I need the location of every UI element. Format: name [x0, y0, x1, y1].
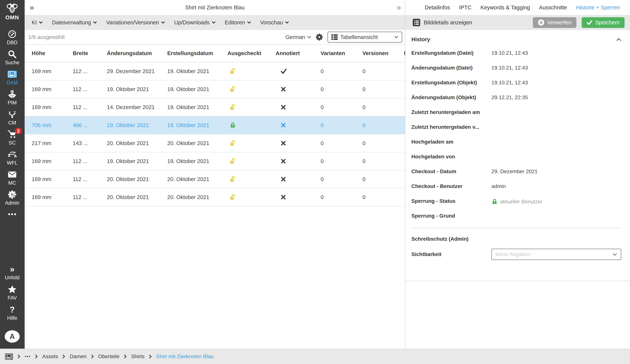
x-icon	[276, 86, 320, 92]
app-logo[interactable]: OMN	[6, 3, 19, 20]
menu-item-editoren[interactable]: Editoren	[220, 20, 256, 26]
sidebar-item-admin[interactable]: Admin	[5, 190, 20, 206]
sidebar-item-dbd[interactable]: DBD	[7, 30, 18, 46]
chevron-right-icon	[35, 354, 38, 358]
table-row[interactable]: 217 mm 143 ... 20. Oktober 2021 20. Okto…	[25, 134, 405, 152]
save-button[interactable]: Speichern	[582, 17, 624, 28]
tab-detailinfos[interactable]: Detailinfos	[425, 4, 450, 11]
history-title: History	[412, 36, 430, 42]
history-field: Hochgeladen am	[412, 139, 621, 146]
gear-wrench-icon	[8, 190, 17, 199]
breadcrumb-ellipsis[interactable]: •••	[25, 354, 30, 359]
chevron-right-icon	[91, 354, 94, 358]
gear-icon[interactable]	[316, 33, 323, 41]
x-icon	[276, 104, 320, 110]
sidebar-item-mc[interactable]: MC	[8, 170, 16, 186]
field-value: admin	[492, 183, 506, 189]
table-row[interactable]: 169 mm 112 ... 20. Oktober 2021 20. Okto…	[25, 170, 405, 188]
column-header-aenderungsdatum[interactable]: Änderungsdatum	[107, 50, 167, 56]
chevron-down-icon	[39, 21, 42, 24]
table-body: 169 mm 112 ... 29. Dezember 2021 19. Okt…	[25, 62, 405, 206]
cell-aenderungsdatum: 19. Oktober 2021	[107, 122, 167, 128]
menu-item-label: Variationen/Versionen	[106, 20, 159, 26]
sidebar-item-unfold[interactable]: » Unfold	[5, 265, 20, 282]
sidebar-item-label: SC	[8, 140, 16, 146]
column-header-erstellungsdatum[interactable]: Erstellungsdatum	[167, 50, 228, 56]
sidebar-item-cm[interactable]: CM	[8, 110, 17, 126]
column-header-breite[interactable]: Breite	[73, 50, 107, 56]
breadcrumb-item-assets[interactable]: Assets	[42, 354, 58, 360]
cell-varianten: 0	[320, 158, 362, 164]
detail-tabs: Detailinfos IPTC Keywords & Tagging Auss…	[406, 0, 630, 15]
discard-button[interactable]: Verwerfen	[533, 17, 576, 28]
sidebar-item-more[interactable]	[8, 210, 16, 218]
app-root: OMN DBD	[0, 0, 630, 364]
view-mode-select[interactable]: Tabellenansicht	[328, 32, 402, 42]
cell-hoehe: 169 mm	[32, 68, 73, 74]
table-row[interactable]: 169 mm 112 ... 29. Dezember 2021 19. Okt…	[25, 62, 405, 80]
cell-erstellungsdatum: 19. Oktober 2021	[167, 68, 228, 74]
visibility-label: Sichtbarkeit	[412, 251, 492, 257]
cell-breite: 143 ...	[73, 140, 107, 146]
column-header-varianten[interactable]: Varianten	[320, 50, 362, 56]
sidebar-item-sc[interactable]: 2 SC	[8, 130, 17, 146]
sidebar-item-fav[interactable]: FAV	[8, 285, 17, 302]
chevron-down-icon	[93, 21, 97, 24]
detail-panel: Detailinfos IPTC Keywords & Tagging Auss…	[405, 0, 630, 349]
cell-erstellungsdatum: 20. Oktober 2021	[167, 194, 228, 200]
table-row[interactable]: 169 mm 112 ... 19. Oktober 2021 19. Okto…	[25, 152, 405, 170]
user-avatar[interactable]: A	[5, 330, 20, 343]
tab-historie-sperren[interactable]: Historie + Sperren	[576, 4, 620, 11]
sidebar-item-pim[interactable]: P PIM	[8, 90, 17, 106]
breadcrumb-item-damen[interactable]: Damen	[70, 354, 86, 360]
breadcrumb-item-oberteile[interactable]: Oberteile	[98, 354, 120, 360]
cell-versionen: 0	[362, 194, 404, 200]
visibility-select[interactable]: keine Angaben	[492, 249, 621, 260]
chevron-up-icon[interactable]	[616, 38, 621, 41]
lock-open-icon	[228, 176, 276, 183]
breadcrumb-current[interactable]: Shirt mit Zierknoten Blau	[156, 354, 214, 360]
menu-item-up-downloads[interactable]: Up/Downloads	[170, 20, 220, 26]
table-row[interactable]: 169 mm 112 ... 14. Dezember 2021 19. Okt…	[25, 98, 405, 116]
cell-breite: 466 ...	[73, 122, 107, 128]
column-header-hoehe[interactable]: Höhe	[32, 50, 73, 56]
x-icon	[276, 158, 320, 164]
view-mode-value: Tabellenansicht	[340, 34, 392, 40]
sidebar-item-label: Suche	[5, 60, 20, 66]
image-icon	[7, 70, 17, 79]
column-header-annotiert[interactable]: Annotiert	[276, 50, 320, 56]
sidebar-item-dam[interactable]: DAM	[6, 70, 18, 86]
menu-item-label: Editoren	[225, 20, 245, 26]
menu-item-variationen-versionen[interactable]: Variationen/Versionen	[102, 20, 170, 26]
field-label: Zuletzt heruntergeladen am	[412, 109, 492, 115]
visibility-placeholder: keine Angaben	[496, 251, 612, 257]
tab-iptc[interactable]: IPTC	[459, 4, 472, 11]
sidebar-item-label: Admin	[5, 200, 20, 206]
menu-item-ki[interactable]: KI	[27, 20, 47, 26]
table-row[interactable]: 169 mm 112 ... 20. Oktober 2021 20. Okto…	[25, 188, 405, 206]
collapse-panel-icon[interactable]: »	[30, 4, 34, 12]
column-header-ausgecheckt[interactable]: Ausgecheckt	[228, 50, 276, 56]
expand-panel-icon[interactable]: »	[396, 4, 401, 12]
show-image-details-button[interactable]: Bilddetails anzeigen	[412, 18, 472, 26]
cell-aenderungsdatum: 19. Oktober 2021	[107, 158, 167, 164]
sidebar-item-hilfe[interactable]: ? Hilfe	[7, 305, 17, 322]
image-icon[interactable]	[5, 353, 13, 360]
breadcrumb-item-shirts[interactable]: Shirts	[131, 354, 144, 360]
sidebar-item-suche[interactable]: Suche	[5, 50, 20, 66]
field-value: aktueller Benutzer	[492, 198, 542, 205]
menu-item-dateiverwaltung[interactable]: Dateiverwaltung	[47, 20, 102, 26]
svg-text:P: P	[12, 90, 13, 93]
field-label: Erstellungsdatum (Objekt)	[412, 80, 492, 86]
tab-ausschnitte[interactable]: Ausschnitte	[539, 4, 567, 11]
menu-item-vorschau[interactable]: Vorschau	[256, 20, 294, 26]
language-select[interactable]: German	[286, 34, 311, 40]
table-view-icon	[331, 34, 338, 40]
column-header-versionen[interactable]: Versionen	[362, 50, 404, 56]
sidebar-item-wfl[interactable]: WFL	[7, 150, 18, 166]
table-row[interactable]: 706 mm 466 ... 19. Oktober 2021 19. Okto…	[25, 116, 405, 134]
cell-erstellungsdatum: 20. Oktober 2021	[167, 176, 228, 182]
tab-keywords-tagging[interactable]: Keywords & Tagging	[480, 4, 530, 11]
cell-versionen: 0	[362, 68, 404, 74]
table-row[interactable]: 169 mm 112 ... 19. Oktober 2021 19. Okto…	[25, 80, 405, 98]
